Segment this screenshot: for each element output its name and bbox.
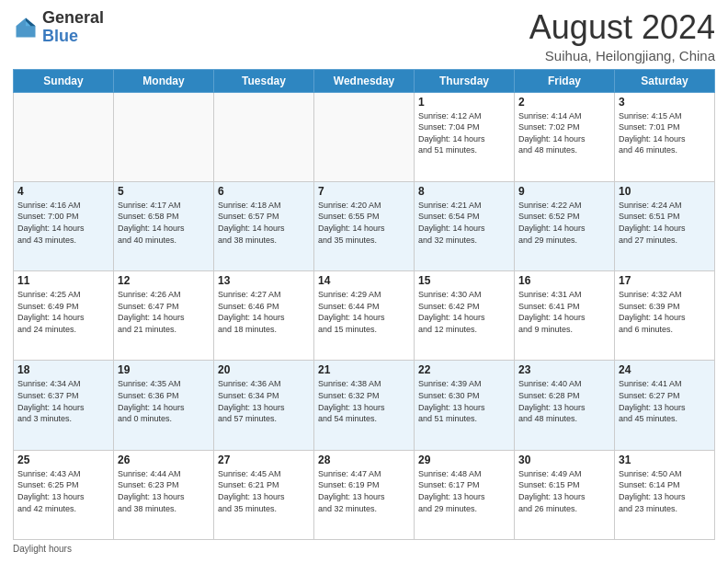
- day-info: Sunrise: 4:25 AMSunset: 6:49 PMDaylight:…: [17, 289, 109, 335]
- week-row-1: 1Sunrise: 4:12 AMSunset: 7:04 PMDaylight…: [14, 92, 715, 181]
- calendar-cell: 25Sunrise: 4:43 AMSunset: 6:25 PMDayligh…: [14, 450, 114, 539]
- day-number: 7: [318, 185, 410, 198]
- calendar-cell: 31Sunrise: 4:50 AMSunset: 6:14 PMDayligh…: [615, 450, 715, 539]
- day-info: Sunrise: 4:38 AMSunset: 6:32 PMDaylight:…: [318, 378, 410, 424]
- day-info: Sunrise: 4:32 AMSunset: 6:39 PMDaylight:…: [619, 289, 711, 335]
- day-number: 20: [218, 363, 310, 376]
- day-number: 15: [418, 274, 510, 287]
- calendar-cell: 26Sunrise: 4:44 AMSunset: 6:23 PMDayligh…: [114, 450, 214, 539]
- day-number: 18: [17, 363, 109, 376]
- day-info: Sunrise: 4:40 AMSunset: 6:28 PMDaylight:…: [518, 378, 610, 424]
- logo: General Blue: [13, 9, 104, 46]
- day-number: 12: [118, 274, 210, 287]
- calendar-cell: [314, 92, 415, 181]
- header: General Blue August 2024 Suihua, Heilong…: [13, 9, 715, 63]
- day-header-friday: Friday: [515, 69, 615, 92]
- calendar-cell: 11Sunrise: 4:25 AMSunset: 6:49 PMDayligh…: [14, 271, 114, 361]
- week-row-5: 25Sunrise: 4:43 AMSunset: 6:25 PMDayligh…: [14, 450, 715, 539]
- calendar-cell: 3Sunrise: 4:15 AMSunset: 7:01 PMDaylight…: [615, 92, 715, 181]
- day-info: Sunrise: 4:21 AMSunset: 6:54 PMDaylight:…: [418, 200, 510, 246]
- day-info: Sunrise: 4:48 AMSunset: 6:17 PMDaylight:…: [418, 468, 510, 514]
- footer: Daylight hours: [13, 544, 715, 554]
- logo-icon: [13, 15, 39, 40]
- calendar-cell: 6Sunrise: 4:18 AMSunset: 6:57 PMDaylight…: [214, 181, 314, 270]
- day-number: 21: [318, 363, 410, 376]
- day-info: Sunrise: 4:14 AMSunset: 7:02 PMDaylight:…: [518, 110, 610, 156]
- day-info: Sunrise: 4:24 AMSunset: 6:51 PMDaylight:…: [619, 200, 711, 246]
- calendar-cell: 2Sunrise: 4:14 AMSunset: 7:02 PMDaylight…: [515, 92, 615, 181]
- day-number: 29: [418, 454, 510, 466]
- day-info: Sunrise: 4:45 AMSunset: 6:21 PMDaylight:…: [218, 468, 310, 514]
- calendar-cell: [14, 92, 114, 181]
- page: General Blue August 2024 Suihua, Heilong…: [0, 0, 728, 563]
- calendar-cell: 8Sunrise: 4:21 AMSunset: 6:54 PMDaylight…: [415, 181, 515, 270]
- day-info: Sunrise: 4:17 AMSunset: 6:58 PMDaylight:…: [118, 200, 210, 246]
- day-info: Sunrise: 4:15 AMSunset: 7:01 PMDaylight:…: [619, 110, 711, 156]
- calendar-header: SundayMondayTuesdayWednesdayThursdayFrid…: [14, 69, 715, 92]
- calendar-cell: 24Sunrise: 4:41 AMSunset: 6:27 PMDayligh…: [615, 361, 715, 450]
- calendar-cell: 7Sunrise: 4:20 AMSunset: 6:55 PMDaylight…: [314, 181, 415, 270]
- calendar-cell: 21Sunrise: 4:38 AMSunset: 6:32 PMDayligh…: [314, 361, 415, 450]
- day-info: Sunrise: 4:29 AMSunset: 6:44 PMDaylight:…: [318, 289, 410, 335]
- day-number: 13: [218, 274, 310, 287]
- day-number: 11: [17, 274, 109, 287]
- calendar-cell: 5Sunrise: 4:17 AMSunset: 6:58 PMDaylight…: [114, 181, 214, 270]
- day-number: 14: [318, 274, 410, 287]
- day-number: 4: [17, 185, 109, 198]
- calendar-cell: 12Sunrise: 4:26 AMSunset: 6:47 PMDayligh…: [114, 271, 214, 361]
- calendar-body: 1Sunrise: 4:12 AMSunset: 7:04 PMDaylight…: [14, 92, 715, 539]
- calendar-cell: 18Sunrise: 4:34 AMSunset: 6:37 PMDayligh…: [14, 361, 114, 450]
- day-number: 26: [118, 454, 210, 466]
- day-info: Sunrise: 4:18 AMSunset: 6:57 PMDaylight:…: [218, 200, 310, 246]
- calendar-cell: 29Sunrise: 4:48 AMSunset: 6:17 PMDayligh…: [415, 450, 515, 539]
- day-info: Sunrise: 4:27 AMSunset: 6:46 PMDaylight:…: [218, 289, 310, 335]
- day-number: 17: [619, 274, 711, 287]
- day-info: Sunrise: 4:12 AMSunset: 7:04 PMDaylight:…: [418, 110, 510, 156]
- calendar-cell: 10Sunrise: 4:24 AMSunset: 6:51 PMDayligh…: [615, 181, 715, 270]
- week-row-4: 18Sunrise: 4:34 AMSunset: 6:37 PMDayligh…: [14, 361, 715, 450]
- days-of-week-row: SundayMondayTuesdayWednesdayThursdayFrid…: [14, 69, 715, 92]
- day-info: Sunrise: 4:26 AMSunset: 6:47 PMDaylight:…: [118, 289, 210, 335]
- month-title: August 2024: [529, 9, 715, 46]
- logo-text: General Blue: [42, 9, 104, 46]
- calendar-cell: [114, 92, 214, 181]
- day-number: 1: [418, 96, 510, 109]
- day-info: Sunrise: 4:20 AMSunset: 6:55 PMDaylight:…: [318, 200, 410, 246]
- day-info: Sunrise: 4:34 AMSunset: 6:37 PMDaylight:…: [17, 378, 109, 424]
- day-number: 5: [118, 185, 210, 198]
- day-number: 19: [118, 363, 210, 376]
- day-info: Sunrise: 4:22 AMSunset: 6:52 PMDaylight:…: [518, 200, 610, 246]
- calendar-cell: 4Sunrise: 4:16 AMSunset: 7:00 PMDaylight…: [14, 181, 114, 270]
- day-number: 23: [518, 363, 610, 376]
- calendar-cell: 15Sunrise: 4:30 AMSunset: 6:42 PMDayligh…: [415, 271, 515, 361]
- logo-general-text: General: [42, 8, 104, 27]
- day-number: 22: [418, 363, 510, 376]
- calendar-cell: 23Sunrise: 4:40 AMSunset: 6:28 PMDayligh…: [515, 361, 615, 450]
- day-number: 31: [619, 454, 711, 466]
- calendar-cell: 19Sunrise: 4:35 AMSunset: 6:36 PMDayligh…: [114, 361, 214, 450]
- week-row-2: 4Sunrise: 4:16 AMSunset: 7:00 PMDaylight…: [14, 181, 715, 270]
- day-number: 24: [619, 363, 711, 376]
- day-info: Sunrise: 4:50 AMSunset: 6:14 PMDaylight:…: [619, 468, 711, 514]
- day-info: Sunrise: 4:41 AMSunset: 6:27 PMDaylight:…: [619, 378, 711, 424]
- calendar-cell: 9Sunrise: 4:22 AMSunset: 6:52 PMDaylight…: [515, 181, 615, 270]
- title-block: August 2024 Suihua, Heilongjiang, China: [529, 9, 715, 63]
- day-number: 9: [518, 185, 610, 198]
- day-header-saturday: Saturday: [615, 69, 715, 92]
- day-info: Sunrise: 4:49 AMSunset: 6:15 PMDaylight:…: [518, 468, 610, 514]
- day-header-tuesday: Tuesday: [214, 69, 314, 92]
- day-number: 27: [218, 454, 310, 466]
- day-info: Sunrise: 4:35 AMSunset: 6:36 PMDaylight:…: [118, 378, 210, 424]
- logo-blue-text: Blue: [42, 27, 78, 45]
- calendar-cell: [214, 92, 314, 181]
- calendar-cell: 28Sunrise: 4:47 AMSunset: 6:19 PMDayligh…: [314, 450, 415, 539]
- day-number: 28: [318, 454, 410, 466]
- week-row-3: 11Sunrise: 4:25 AMSunset: 6:49 PMDayligh…: [14, 271, 715, 361]
- day-info: Sunrise: 4:36 AMSunset: 6:34 PMDaylight:…: [218, 378, 310, 424]
- calendar-cell: 14Sunrise: 4:29 AMSunset: 6:44 PMDayligh…: [314, 271, 415, 361]
- calendar-cell: 22Sunrise: 4:39 AMSunset: 6:30 PMDayligh…: [415, 361, 515, 450]
- day-number: 10: [619, 185, 711, 198]
- daylight-hours-label: Daylight hours: [13, 544, 72, 554]
- day-number: 16: [518, 274, 610, 287]
- day-number: 2: [518, 96, 610, 109]
